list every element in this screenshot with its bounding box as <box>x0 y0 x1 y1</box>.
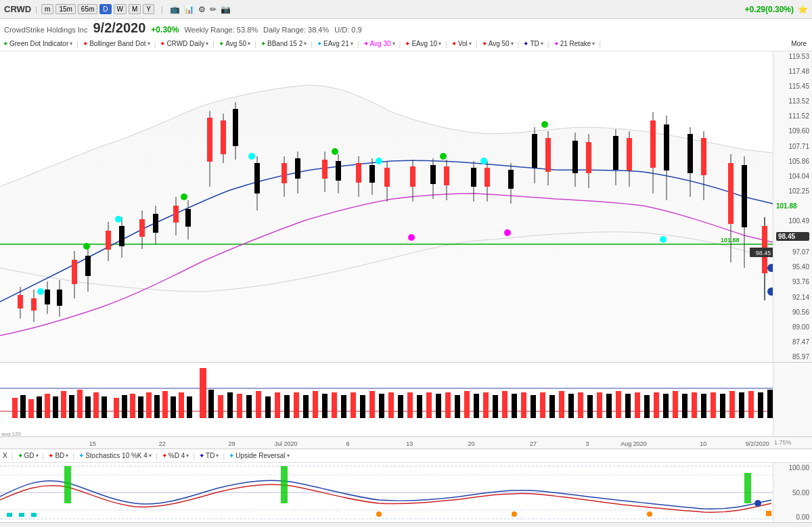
tf-D[interactable]: D <box>99 4 111 14</box>
svg-rect-114 <box>77 390 83 418</box>
svg-rect-168 <box>578 392 583 418</box>
separator1: | <box>161 5 163 14</box>
svg-point-9 <box>37 288 44 295</box>
svg-point-37 <box>248 153 255 160</box>
svg-rect-175 <box>644 395 650 418</box>
ind-crwd-daily[interactable]: ✦ CRWD Daily ▾ <box>160 40 208 47</box>
stoch-0: 0.00 <box>776 513 809 521</box>
svg-rect-48 <box>356 163 361 183</box>
price-102: 102.25 <box>776 187 809 195</box>
stoch-td[interactable]: ✦ TD ▾ <box>199 452 219 459</box>
tf-M[interactable]: M <box>129 4 141 14</box>
svg-rect-148 <box>388 392 394 418</box>
svg-rect-130 <box>218 395 223 418</box>
svg-rect-32 <box>221 120 226 154</box>
svg-rect-172 <box>616 391 621 418</box>
svg-rect-18 <box>119 226 125 246</box>
ind-eavg10[interactable]: ✦ EAvg 10 ▾ <box>405 40 441 47</box>
tf-W[interactable]: W <box>114 4 127 14</box>
stoch-100: 100.00 <box>776 464 809 472</box>
svg-rect-108 <box>28 399 34 418</box>
svg-rect-179 <box>682 394 687 418</box>
date-6: 6 <box>346 440 349 447</box>
more-button[interactable]: More <box>788 39 809 48</box>
svg-point-201 <box>512 511 517 517</box>
ind-avg30[interactable]: ✦ Avg 30 ▾ <box>363 40 395 47</box>
svg-rect-71 <box>532 134 537 168</box>
daily-range: Daily Range: 38.4% <box>263 26 329 34</box>
svg-rect-196 <box>744 473 751 503</box>
svg-point-28 <box>181 193 187 200</box>
svg-rect-155 <box>455 395 460 418</box>
svg-text:101.88: 101.88 <box>721 237 740 244</box>
svg-rect-91 <box>701 138 706 175</box>
svg-rect-199 <box>31 513 37 517</box>
pencil-icon[interactable]: ✏ <box>210 5 217 14</box>
stoch-indicator-bar: X | ✦ GD ▾ | ✦ BD ▾ | ✦ Stochastics 10 %… <box>0 449 812 463</box>
tf-m[interactable]: m <box>41 4 53 14</box>
stoch-svg <box>0 463 773 522</box>
tv-icon[interactable]: 📺 <box>170 5 180 14</box>
svg-rect-115 <box>85 396 91 418</box>
svg-rect-16 <box>106 231 111 250</box>
svg-rect-82 <box>627 138 632 170</box>
svg-point-53 <box>376 158 382 164</box>
date-current: 9/2/2020 <box>746 440 769 447</box>
stoch-gd[interactable]: ✦ GD ▾ <box>18 452 39 459</box>
tf-15m[interactable]: 15m <box>55 4 75 14</box>
bar-chart-icon[interactable]: 📊 <box>184 5 194 14</box>
date-axis-inner: 15 22 29 Jul 2020 6 13 20 27 3 Aug 2020 … <box>0 437 773 449</box>
ind-eavg21[interactable]: ✦ EAvg 21 ▾ <box>317 40 353 47</box>
price-97: 97.07 <box>776 248 809 256</box>
volume-svg: aug 120 <box>0 363 773 436</box>
stoch-pctd[interactable]: ✦ %D 4 ▾ <box>162 452 189 459</box>
ind-green-dot[interactable]: ✦ Green Dot Indicator ▾ <box>3 40 72 47</box>
svg-rect-152 <box>426 392 432 418</box>
svg-rect-182 <box>710 392 716 418</box>
bottom-nav: 5Y 1Y YTD 6M 3M 1M 1W 1D Today <box>0 522 812 527</box>
svg-rect-137 <box>284 395 290 418</box>
svg-rect-142 <box>332 392 337 418</box>
svg-rect-140 <box>313 391 318 418</box>
svg-rect-166 <box>559 391 564 418</box>
tf-65m[interactable]: 65m <box>78 4 97 14</box>
svg-rect-158 <box>483 392 489 418</box>
stoch-upside[interactable]: ✦ Upside Reversal ▾ <box>229 452 289 459</box>
ind-bband[interactable]: ✦ BBand 15 2 ▾ <box>261 40 307 47</box>
ind-avg50-2[interactable]: ✦ Avg 50 ▾ <box>482 40 514 47</box>
svg-rect-162 <box>521 392 526 418</box>
svg-point-87 <box>660 236 667 243</box>
price-95: 95.40 <box>776 263 809 271</box>
price-current: 98.45 <box>776 232 809 241</box>
stoch-x[interactable]: X <box>3 452 7 459</box>
svg-rect-84 <box>650 120 656 168</box>
stoch-axis: 100.00 50.00 0.00 <box>773 463 812 522</box>
ind-td[interactable]: ✦ TD ▾ <box>523 40 543 47</box>
stoch-bd[interactable]: ✦ BD ▾ <box>48 452 68 459</box>
svg-rect-197 <box>7 513 12 517</box>
main-chart-canvas[interactable]: 98.45 101.88 <box>0 51 773 362</box>
price-93: 93.76 <box>776 278 809 285</box>
svg-rect-109 <box>37 396 42 418</box>
svg-rect-135 <box>265 396 271 418</box>
svg-rect-136 <box>275 392 280 418</box>
settings-icon[interactable]: ⚙ <box>198 5 206 14</box>
svg-rect-133 <box>246 395 252 418</box>
ind-vol[interactable]: ✦ Vol ▾ <box>451 40 472 47</box>
svg-rect-118 <box>200 368 206 418</box>
svg-rect-145 <box>360 395 365 418</box>
bookmark-icon[interactable]: ⭐ <box>798 5 808 14</box>
stoch-stochastics[interactable]: ✦ Stochastics 10 %K 4 ▾ <box>78 452 152 459</box>
stoch-canvas <box>0 463 773 522</box>
ind-21-retake[interactable]: ✦ 21 Retake ▾ <box>554 40 595 47</box>
svg-rect-129 <box>187 396 192 418</box>
tf-Y[interactable]: Y <box>143 4 154 14</box>
price-change-badge: +0.29(0.30%) <box>745 5 794 14</box>
svg-point-66 <box>480 158 487 164</box>
svg-rect-23 <box>153 214 158 233</box>
ind-bollinger[interactable]: ✦ Bollinger Band Dot ▾ <box>83 40 150 47</box>
camera-icon[interactable]: 📷 <box>221 5 231 14</box>
svg-rect-124 <box>146 392 152 418</box>
ind-avg50-1[interactable]: ✦ Avg 50 ▾ <box>219 40 250 47</box>
spacer-icon: | <box>35 5 37 14</box>
